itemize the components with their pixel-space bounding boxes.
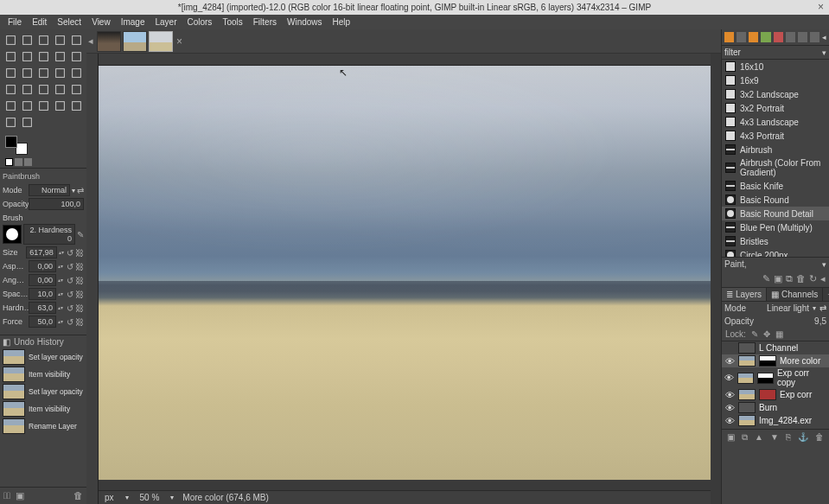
ruler-horizontal[interactable] [99,54,711,66]
active-brush-icon[interactable] [5,158,13,166]
undo-item[interactable]: Item visibility [0,366,86,383]
stepper-icon[interactable]: ▴▾ [58,292,65,297]
undo-item[interactable]: Set layer opacity [0,383,86,400]
tool-unified[interactable] [69,49,83,63]
tool-move[interactable] [3,33,17,47]
chevron-down-icon[interactable]: ▾ [72,187,75,195]
tool-paths[interactable] [36,66,50,80]
opt-field-3[interactable]: 10,0 [29,288,56,300]
lock-position-icon[interactable]: ✥ [763,329,770,339]
brush-filter-bar[interactable]: filter ▾ [722,45,829,60]
undo-history-tab-icon[interactable]: ◧ [3,337,10,347]
brush-preset[interactable]: 16x9 [722,73,829,87]
reset-icon[interactable]: ↺ [67,290,73,299]
link-icon[interactable]: ⛓ [75,317,84,327]
tab-close-icon[interactable]: × [176,35,182,48]
undo-save-icon[interactable]: ▣ [16,490,24,501]
ruler-vertical[interactable] [86,54,99,504]
tab-channels[interactable]: ▦Channels [767,288,823,301]
brush-preset[interactable]: Blue Pen (Multiply) [722,220,829,234]
brush-preset[interactable]: Circle 200px [722,248,829,257]
layer-group-icon[interactable]: ⧉ [742,432,748,443]
delete-layer-icon[interactable]: 🗑 [815,432,824,443]
tool-clone[interactable] [20,99,34,112]
tool-pencil[interactable] [20,82,34,96]
layer-row[interactable]: 👁Exp corr [722,388,829,401]
undo-item[interactable]: Rename Layer [0,418,86,435]
tool-color-picker[interactable] [3,115,17,129]
dock-tab-tool-icon[interactable] [798,32,807,42]
menu-layer[interactable]: Layer [150,16,181,29]
tool-fuzzy-select[interactable] [53,33,67,47]
layer-row[interactable]: L Channel [722,341,829,354]
image-tab-3[interactable] [149,31,173,52]
chevron-down-icon[interactable]: ▾ [822,260,826,269]
brush-name[interactable]: 2. Hardness 0 [23,224,75,245]
menu-tools[interactable]: Tools [218,16,246,29]
fg-color-swatch[interactable] [5,136,17,148]
refresh-icon[interactable]: ↻ [809,273,817,284]
dock-tab-extra-icon[interactable] [810,32,819,42]
tool-gradient[interactable] [3,82,17,96]
lock-alpha-icon[interactable]: ▦ [775,329,783,339]
tool-airbrush[interactable] [69,82,83,96]
visibility-toggle-icon[interactable]: 👁 [724,373,734,383]
fg-bg-colors[interactable] [5,136,28,155]
tab-prev-icon[interactable]: ◂ [88,35,93,47]
layer-name[interactable]: Img_4284.exr [759,416,812,425]
tool-rotate[interactable] [3,49,17,63]
tool-paintbrush[interactable] [36,82,50,96]
undo-clear-icon[interactable]: �⃠ [3,490,10,501]
opt-field-4[interactable]: 63,0 [29,302,56,314]
undo-item[interactable]: Set layer opacity [0,348,86,366]
tool-scale[interactable] [20,49,34,63]
canvas-image[interactable] [99,66,711,480]
reset-icon[interactable]: ↺ [67,303,73,313]
new-layer-icon[interactable]: ▣ [727,432,735,443]
tool-warp[interactable] [20,66,34,80]
tool-measure[interactable] [69,99,83,112]
menu-help[interactable]: Help [328,16,355,29]
brush-preset[interactable]: 4x3 Landscape [722,115,829,129]
dock-menu-icon[interactable]: ◂ [822,33,826,41]
unit-select[interactable]: px [102,493,117,502]
lower-layer-icon[interactable]: ▼ [770,432,779,443]
paint-dynamics-bar[interactable]: Paint, ▾ [722,257,829,271]
active-gradient-icon[interactable] [24,158,32,166]
tool-perspective[interactable] [53,49,67,63]
visibility-toggle-icon[interactable]: 👁 [724,390,735,400]
dock-tab-doc-icon[interactable] [786,32,795,42]
lock-pixels-icon[interactable]: ✎ [751,329,758,339]
layer-row[interactable]: 👁Exp corr copy [722,367,829,388]
menu-icon[interactable]: ◂ [820,273,826,284]
opacity-field[interactable]: 100,0 [29,198,84,210]
brush-preset[interactable]: Airbrush (Color From Gradient) [722,156,829,179]
scrollbar-vertical[interactable] [711,54,721,504]
undo-delete-icon[interactable]: 🗑 [73,490,83,501]
tool-text[interactable] [53,66,67,80]
menu-edit[interactable]: Edit [28,16,51,29]
visibility-toggle-icon[interactable]: 👁 [724,356,735,367]
brush-preset[interactable]: 4x3 Portrait [722,129,829,143]
new-icon[interactable]: ▣ [774,273,782,284]
brush-preset[interactable]: 16x10 [722,60,829,73]
tool-smudge[interactable] [36,99,50,112]
reset-icon[interactable]: ↺ [67,248,73,258]
stepper-icon[interactable]: ▴▾ [59,251,65,255]
layer-name[interactable]: Burn [759,403,777,412]
brush-preset[interactable]: Airbrush [722,143,829,156]
opt-field-5[interactable]: 50,0 [29,316,56,328]
stepper-icon[interactable]: ▴▾ [58,278,65,283]
stepper-icon[interactable]: ▴▾ [58,320,65,324]
image-viewport[interactable]: ↖ [99,66,711,480]
link-icon[interactable]: ⛓ [75,262,84,271]
reset-icon[interactable]: ↺ [67,276,73,285]
close-icon[interactable]: × [818,1,824,13]
link-icon[interactable]: ⛓ [75,290,84,299]
brush-preset[interactable]: Basic Knife [722,179,829,193]
layer-name[interactable]: More color [780,356,820,366]
duplicate-icon[interactable]: ⧉ [786,273,793,284]
chevron-down-icon[interactable]: ▾ [822,48,826,57]
tool-dodge[interactable] [53,99,67,112]
mode-link-icon[interactable]: ⇄ [819,303,826,313]
